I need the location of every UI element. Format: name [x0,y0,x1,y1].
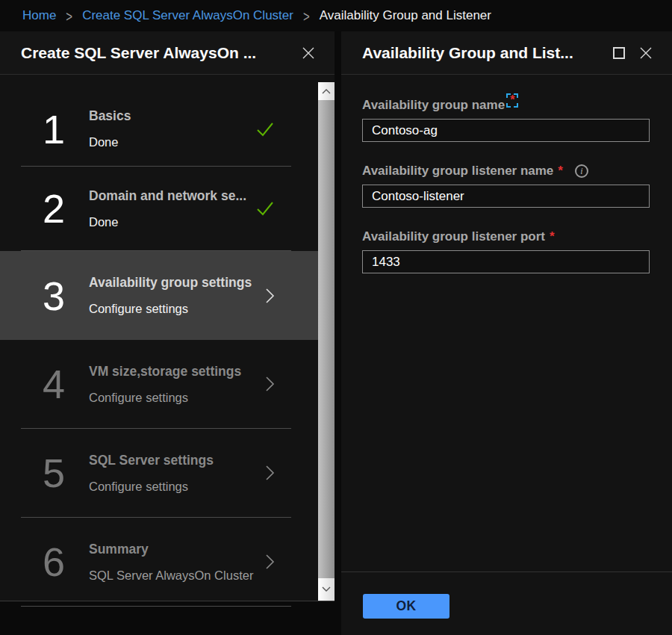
step-number: 6 [37,542,70,582]
required-asterisk: * [550,229,555,244]
availability-group-form: Availability group name * Availability g… [341,75,672,273]
chevron-right-icon [265,554,275,570]
step-subtitle: Configure settings [89,480,214,494]
scroll-up-button[interactable] [318,82,335,100]
azure-portal-page: Home > Create SQL Server AlwaysOn Cluste… [0,0,672,635]
field-label: Availability group listener port [362,229,545,244]
info-icon[interactable]: i [575,164,588,178]
step-sql-server-settings[interactable]: 5 SQL Server settings Configure settings [0,429,318,517]
check-icon [255,121,275,137]
step-title: Domain and network se... [89,188,246,204]
availability-group-name-input[interactable] [362,119,650,142]
right-blade-header: Availability Group and List... [341,31,672,75]
chevron-right-icon [265,465,275,481]
footer-divider [341,572,672,572]
close-icon[interactable] [638,45,654,61]
left-blade-title: Create SQL Server AlwaysOn ... [21,44,290,62]
breadcrumb-home-link[interactable]: Home [22,8,56,23]
step-subtitle: SQL Server AlwaysOn Cluster [89,569,253,583]
step-number: 3 [37,276,70,316]
required-asterisk: * [558,164,563,179]
field-label: Availability group listener name [362,164,553,179]
required-asterisk-focused: * [506,93,518,108]
step-title: VM size,storage settings [89,364,241,380]
breadcrumb-current-page: Availability Group and Listener [320,8,491,23]
steps-list: 1 Basics Done 2 Domain and network se...… [0,75,335,601]
step-subtitle: Configure settings [89,302,252,316]
step-number: 5 [37,453,70,493]
right-blade-title: Availability Group and List... [362,44,600,62]
breadcrumb-create-cluster-link[interactable]: Create SQL Server AlwaysOn Cluster [82,8,293,23]
step-title: Basics [89,108,131,124]
chevron-right-icon [265,376,275,392]
create-cluster-blade: Create SQL Server AlwaysOn ... 1 Basics … [0,31,335,601]
field-availability-group-name: Availability group name * [362,97,651,142]
step-title: SQL Server settings [89,453,214,468]
step-number: 4 [37,364,70,404]
ok-button[interactable]: OK [363,594,449,619]
step-subtitle: Done [89,215,246,229]
scroll-down-button[interactable] [318,578,335,601]
step-subtitle: Done [89,135,131,149]
step-summary[interactable]: 6 Summary SQL Server AlwaysOn Cluster [0,518,318,606]
breadcrumb-separator-icon: > [303,7,310,25]
scrollbar-thumb[interactable] [318,100,335,578]
field-availability-group-listener-port: Availability group listener port * [362,229,651,273]
maximize-icon[interactable] [611,45,627,61]
step-availability-group-settings[interactable]: 3 Availability group settings Configure … [0,251,318,340]
field-availability-group-listener-name: Availability group listener name * i [362,163,651,208]
breadcrumb: Home > Create SQL Server AlwaysOn Cluste… [0,0,672,31]
step-vm-size-storage[interactable]: 4 VM size,storage settings Configure set… [0,340,318,428]
step-number: 2 [37,188,70,229]
step-title: Availability group settings [89,275,252,291]
step-domain-network[interactable]: 2 Domain and network se... Done [0,167,318,250]
field-label: Availability group name [362,98,505,113]
step-subtitle: Configure settings [89,391,241,405]
chevron-right-icon [265,288,275,304]
step-title: Summary [89,542,253,557]
step-basics[interactable]: 1 Basics Done [0,92,318,166]
left-blade-header: Create SQL Server AlwaysOn ... [0,31,335,75]
availability-group-blade: Availability Group and List... Availabil… [341,31,672,635]
availability-group-listener-port-input[interactable] [362,250,650,273]
step-divider [21,606,291,607]
step-number: 1 [37,109,70,149]
breadcrumb-separator-icon: > [66,7,72,25]
scrollbar[interactable] [318,82,335,601]
availability-group-listener-name-input[interactable] [362,185,650,208]
check-icon [255,200,275,217]
close-icon[interactable] [300,45,317,61]
